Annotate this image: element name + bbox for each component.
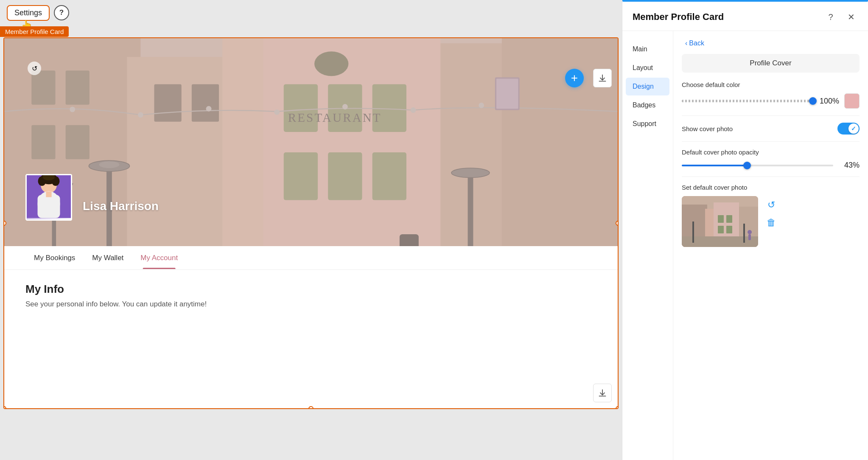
color-slider-thumb[interactable] bbox=[809, 97, 817, 105]
refresh-cover-button[interactable]: ↺ bbox=[765, 198, 778, 212]
download-button-bottom[interactable] bbox=[593, 384, 612, 402]
panel-close-button[interactable]: ✕ bbox=[844, 10, 858, 24]
canvas-area: Settings ? 👆 Member Profile Card bbox=[0, 0, 622, 460]
color-setting-row: Choose default color 100% bbox=[682, 81, 860, 116]
chevron-left-icon: ‹ bbox=[685, 39, 687, 47]
my-info-title: My Info bbox=[25, 283, 596, 296]
cover-refresh-icon[interactable]: ↺ bbox=[28, 62, 41, 75]
right-panel: Member Profile Card ? ✕ Main Layout Desi… bbox=[622, 0, 868, 460]
cover-photo-overlay bbox=[4, 38, 618, 246]
resize-handle-bottom-left[interactable] bbox=[3, 406, 6, 409]
my-info-desc: See your personal info below. You can up… bbox=[25, 300, 596, 309]
svg-rect-64 bbox=[692, 222, 694, 243]
color-swatch[interactable] bbox=[844, 93, 860, 109]
panel-content: ‹ Back Profile Cover Choose default colo… bbox=[673, 31, 868, 460]
panel-title: Member Profile Card bbox=[633, 11, 724, 22]
default-cover-label: Set default cover photo bbox=[682, 184, 860, 191]
sidebar-nav-layout[interactable]: Layout bbox=[626, 59, 669, 77]
opacity-slider-track[interactable] bbox=[682, 165, 833, 166]
back-label: Back bbox=[689, 39, 704, 47]
color-label: Choose default color bbox=[682, 81, 860, 88]
panel-sidebar: Main Layout Design Badges Support bbox=[622, 31, 673, 460]
resize-handle-bottom-right[interactable] bbox=[616, 406, 619, 409]
svg-rect-61 bbox=[718, 226, 724, 233]
cover-photo: RESTAURANT bbox=[4, 38, 618, 246]
toolbar: Settings ? 👆 bbox=[0, 0, 622, 25]
show-cover-label: Show cover photo bbox=[682, 125, 733, 132]
opacity-slider-fill bbox=[682, 165, 747, 166]
settings-button[interactable]: Settings bbox=[7, 5, 50, 21]
panel-body: Main Layout Design Badges Support ‹ Back… bbox=[622, 31, 868, 460]
thumb-action-buttons: ↺ 🗑 bbox=[765, 198, 778, 230]
back-row: ‹ Back bbox=[682, 38, 860, 49]
svg-point-66 bbox=[748, 230, 752, 234]
download-button-top[interactable] bbox=[593, 69, 612, 87]
opacity-value: 43% bbox=[838, 161, 860, 170]
color-slider-row: 100% bbox=[682, 93, 860, 109]
panel-help-button[interactable]: ? bbox=[824, 10, 837, 24]
svg-rect-62 bbox=[726, 226, 732, 233]
resize-handle-bottom-center[interactable] bbox=[308, 406, 314, 409]
profile-avatar bbox=[25, 174, 72, 221]
widget-label: Member Profile Card bbox=[0, 26, 69, 37]
show-cover-row: Show cover photo ✓ bbox=[682, 123, 860, 142]
panel-header: Member Profile Card ? ✕ bbox=[622, 2, 868, 31]
svg-rect-60 bbox=[726, 215, 732, 223]
panel-header-icons: ? ✕ bbox=[824, 10, 858, 24]
show-cover-toggle[interactable]: ✓ bbox=[837, 123, 860, 135]
card-content: My Info See your personal info below. Yo… bbox=[4, 270, 618, 321]
user-name-cover: Lisa Harrison bbox=[83, 199, 159, 213]
resize-handle-right[interactable] bbox=[616, 221, 619, 226]
opacity-slider-thumb[interactable] bbox=[743, 162, 751, 169]
svg-rect-52 bbox=[38, 195, 60, 218]
tab-my-bookings[interactable]: My Bookings bbox=[25, 247, 84, 269]
color-slider-track[interactable] bbox=[682, 100, 813, 102]
default-cover-section: Set default cover photo bbox=[682, 184, 860, 254]
opacity-slider-row: 43% bbox=[682, 161, 860, 170]
color-value: 100% bbox=[818, 97, 839, 106]
tab-my-wallet[interactable]: My Wallet bbox=[84, 247, 132, 269]
svg-rect-53 bbox=[46, 191, 51, 197]
sidebar-nav-support[interactable]: Support bbox=[626, 115, 669, 133]
add-element-button[interactable]: + bbox=[565, 69, 584, 87]
profile-card-widget: RESTAURANT bbox=[3, 37, 619, 409]
cover-thumb-actions: ↺ 🗑 bbox=[682, 196, 860, 247]
toggle-row: Show cover photo ✓ bbox=[682, 123, 860, 135]
delete-cover-button[interactable]: 🗑 bbox=[765, 216, 778, 230]
section-header: Profile Cover bbox=[682, 54, 860, 73]
svg-rect-67 bbox=[748, 234, 751, 240]
toggle-check-icon: ✓ bbox=[851, 125, 856, 132]
tab-navigation: My Bookings My Wallet My Account bbox=[4, 246, 618, 270]
sidebar-nav-main[interactable]: Main bbox=[626, 40, 669, 58]
cover-thumbnail bbox=[682, 196, 758, 247]
avatar-image bbox=[27, 175, 71, 219]
back-button[interactable]: ‹ Back bbox=[682, 38, 708, 49]
svg-rect-59 bbox=[718, 215, 724, 223]
toggle-knob: ✓ bbox=[848, 123, 859, 134]
tab-my-account[interactable]: My Account bbox=[132, 247, 186, 269]
svg-rect-65 bbox=[743, 224, 745, 243]
help-button[interactable]: ? bbox=[54, 5, 69, 20]
opacity-setting-row: Default cover photo opacity 43% bbox=[682, 149, 860, 177]
opacity-label: Default cover photo opacity bbox=[682, 149, 860, 156]
sidebar-nav-badges[interactable]: Badges bbox=[626, 96, 669, 114]
sidebar-nav-design[interactable]: Design bbox=[626, 78, 669, 95]
